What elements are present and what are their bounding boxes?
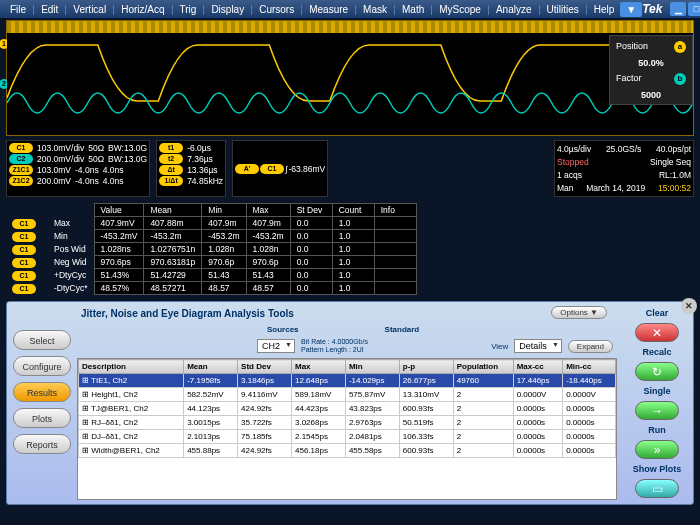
position-value[interactable]: 50.0% — [612, 56, 690, 70]
trig-edge-icon: ∫ — [285, 164, 287, 174]
grid-header[interactable]: Description — [79, 360, 184, 374]
ch-badge[interactable]: C2 — [9, 154, 33, 164]
nav-select[interactable]: Select — [13, 330, 71, 350]
minimize-button[interactable]: ▁ — [670, 2, 686, 16]
nav-results[interactable]: Results — [13, 382, 71, 402]
badge-a-icon: a — [674, 41, 686, 53]
pattern-text: Pattern Length : 2UI — [301, 346, 368, 354]
menu-mask[interactable]: Mask — [357, 2, 393, 17]
trig-level: -63.86mV — [288, 164, 325, 174]
expand-button[interactable]: Expand — [568, 340, 613, 353]
grid-header[interactable]: Std Dev — [238, 360, 292, 374]
run-state: Stopped — [557, 157, 589, 167]
ch-badge[interactable]: Z1C2 — [9, 176, 33, 186]
single-button[interactable]: → — [635, 401, 679, 420]
menu-display[interactable]: Display — [205, 2, 250, 17]
meas-cell: -453.2m — [246, 230, 290, 243]
factor-label: Factor — [616, 73, 642, 85]
menu-analyze[interactable]: Analyze — [490, 2, 538, 17]
meas-cell: 48.57% — [94, 282, 144, 295]
ch-badge[interactable]: Z1C1 — [9, 165, 33, 175]
clear-button[interactable]: ✕ — [635, 323, 679, 342]
grid-header[interactable]: Max — [291, 360, 345, 374]
ch-badge[interactable]: C1 — [9, 143, 33, 153]
options-button[interactable]: Options ▼ — [551, 306, 607, 319]
meas-cell: 1.028n — [246, 243, 290, 256]
meas-cell: 1.0276751n — [144, 243, 202, 256]
nav-plots[interactable]: Plots — [13, 408, 71, 428]
recalc-button[interactable]: ↻ — [635, 362, 679, 381]
meas-cell: -453.2mV — [94, 230, 144, 243]
meas-cell — [374, 230, 416, 243]
meas-header: Min — [202, 204, 246, 217]
menu-dropdown-icon[interactable]: ▼ — [620, 2, 642, 17]
menu-edit[interactable]: Edit — [35, 2, 64, 17]
showplots-label: Show Plots — [633, 464, 682, 474]
single-label: Single — [643, 386, 670, 396]
time-badge: 1/Δt — [159, 176, 183, 186]
grid-row[interactable]: ⊞ TJ@BER1, Ch244.123ps424.92fs44.423ps43… — [79, 402, 616, 416]
grid-header[interactable]: Min-cc — [563, 360, 616, 374]
grid-header[interactable]: Max-cc — [513, 360, 563, 374]
panel-close-button[interactable]: ✕ — [681, 298, 697, 314]
badge-b-icon: b — [674, 73, 686, 85]
panel-title: Jitter, Noise and Eye Diagram Analysis T… — [77, 306, 617, 323]
nav-reports[interactable]: Reports — [13, 434, 71, 454]
acquisition-info: 4.0µs/div25.0GS/s40.0ps/pt StoppedSingle… — [554, 140, 694, 197]
meas-cell: 970.6p — [202, 256, 246, 269]
menu-vertical[interactable]: Vertical — [67, 2, 112, 17]
menu-myscope[interactable]: MyScope — [433, 2, 487, 17]
grid-header[interactable]: Min — [345, 360, 399, 374]
meas-cell: 1.0 — [332, 217, 374, 230]
menu-horizacq[interactable]: Horiz/Acq — [115, 2, 170, 17]
sources-label: Sources — [267, 325, 299, 334]
panel-nav: SelectConfigureResultsPlotsReports — [7, 302, 77, 504]
run-button[interactable]: » — [635, 440, 679, 459]
menu-file[interactable]: File — [4, 2, 32, 17]
grid-row[interactable]: ⊞ Width@BER1, Ch2455.88ps424.92fs456.18p… — [79, 444, 616, 458]
showplots-button[interactable]: ▭ — [635, 479, 679, 498]
jitter-analysis-panel: ✕ SelectConfigureResultsPlotsReports Jit… — [6, 301, 694, 505]
measurement-table: ValueMeanMinMaxSt DevCountInfoC1Max407.9… — [6, 203, 694, 295]
menu-utilities[interactable]: Utilities — [541, 2, 585, 17]
panel-actions: Clear ✕ Recalc ↻ Single → Run » Show Plo… — [621, 302, 693, 504]
channel-select[interactable]: CH2 — [257, 339, 295, 353]
meas-header: Count — [332, 204, 374, 217]
maximize-button[interactable]: □ — [688, 2, 700, 16]
meas-cell: 0.0 — [290, 282, 332, 295]
grid-row[interactable]: ⊞ DJ–δδ1, Ch22.1013ps75.185fs2.1545ps2.0… — [79, 430, 616, 444]
nav-configure[interactable]: Configure — [13, 356, 71, 376]
meas-header: Max — [246, 204, 290, 217]
menu-math[interactable]: Math — [396, 2, 430, 17]
menu-help[interactable]: Help — [588, 2, 621, 17]
meas-cell: 51.43 — [246, 269, 290, 282]
menu-measure[interactable]: Measure — [303, 2, 354, 17]
meas-cell: 51.42729 — [144, 269, 202, 282]
time-ruler — [7, 21, 693, 33]
meas-cell — [374, 217, 416, 230]
recalc-label: Recalc — [642, 347, 671, 357]
timing-info-block: t1-6.0µst27.36µsΔt13.36µs1/Δt74.85kHz — [156, 140, 226, 197]
brand-logo: Tek — [642, 2, 662, 16]
menu-cursors[interactable]: Cursors — [253, 2, 300, 17]
view-select[interactable]: Details — [514, 339, 562, 353]
factor-value[interactable]: 5000 — [612, 88, 690, 102]
grid-row[interactable]: ⊞ RJ–δδ1, Ch23.0015ps35.722fs3.0268ps2.9… — [79, 416, 616, 430]
meas-cell: 970.6p — [246, 256, 290, 269]
grid-header[interactable]: p-p — [399, 360, 453, 374]
meas-cell: 0.0 — [290, 269, 332, 282]
bitrate-text: Bit Rate : 4.0000Gb/s — [301, 338, 368, 346]
grid-row[interactable]: ⊞ TIE1, Ch2-7.1958fs3.1846ps12.648ps-14.… — [79, 374, 616, 388]
grid-row[interactable]: ⊞ Height1, Ch2582.52mV9.4116mV589.18mV57… — [79, 388, 616, 402]
meas-cell: 407.9mV — [94, 217, 144, 230]
grid-header[interactable]: Population — [453, 360, 513, 374]
menu-trig[interactable]: Trig — [174, 2, 203, 17]
grid-header[interactable]: Mean — [184, 360, 238, 374]
waveform-display[interactable]: 1 2 Positiona 50.0% Factorb 5000 — [6, 20, 694, 136]
meas-cell: 407.9m — [246, 217, 290, 230]
results-grid[interactable]: DescriptionMeanStd DevMaxMinp-pPopulatio… — [77, 358, 617, 500]
meas-cell: 0.0 — [290, 217, 332, 230]
meas-cell: 48.57271 — [144, 282, 202, 295]
meas-cell — [374, 243, 416, 256]
meas-cell: 51.43% — [94, 269, 144, 282]
